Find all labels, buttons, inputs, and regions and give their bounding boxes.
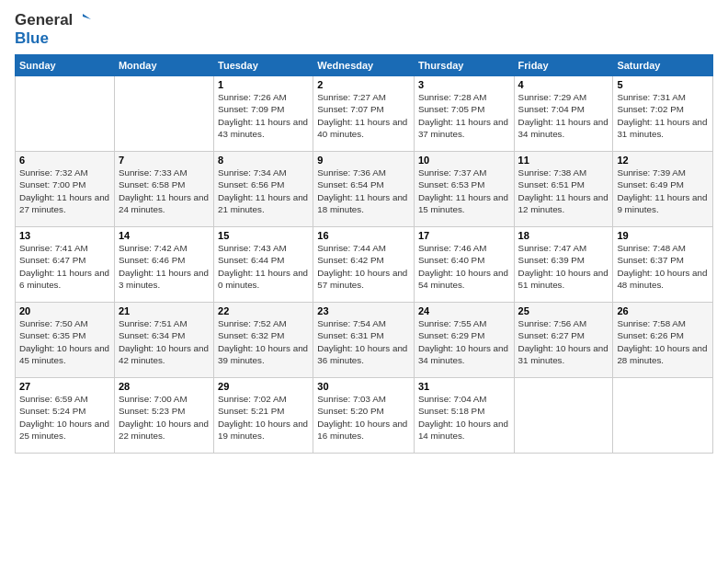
day-number: 21: [119, 305, 210, 316]
calendar-cell: 3Sunrise: 7:28 AMSunset: 7:05 PMDaylight…: [414, 76, 514, 152]
day-info: Sunrise: 7:04 AMSunset: 5:18 PMDaylight:…: [418, 393, 510, 442]
calendar-week-row: 13Sunrise: 7:41 AMSunset: 6:47 PMDayligh…: [16, 227, 713, 303]
day-number: 15: [218, 230, 309, 241]
day-number: 12: [617, 155, 709, 166]
day-info: Sunrise: 7:55 AMSunset: 6:29 PMDaylight:…: [418, 317, 510, 366]
day-info: Sunrise: 7:48 AMSunset: 6:37 PMDaylight:…: [617, 242, 709, 291]
calendar-cell: 14Sunrise: 7:42 AMSunset: 6:46 PMDayligh…: [114, 227, 213, 303]
day-number: 26: [617, 305, 709, 316]
day-info: Sunrise: 7:44 AMSunset: 6:42 PMDaylight:…: [317, 242, 410, 291]
day-info: Sunrise: 7:47 AMSunset: 6:39 PMDaylight:…: [518, 242, 609, 291]
day-info: Sunrise: 7:54 AMSunset: 6:31 PMDaylight:…: [317, 317, 410, 366]
calendar-col-header: Saturday: [613, 55, 713, 76]
logo-container: General Blue: [15, 11, 91, 47]
day-info: Sunrise: 7:39 AMSunset: 6:49 PMDaylight:…: [617, 167, 709, 215]
calendar-cell: 31Sunrise: 7:04 AMSunset: 5:18 PMDayligh…: [414, 378, 514, 454]
day-info: Sunrise: 7:46 AMSunset: 6:40 PMDaylight:…: [418, 242, 510, 291]
day-info: Sunrise: 7:36 AMSunset: 6:54 PMDaylight:…: [317, 167, 410, 215]
calendar-col-header: Wednesday: [313, 55, 415, 76]
calendar-cell: 25Sunrise: 7:56 AMSunset: 6:27 PMDayligh…: [514, 303, 613, 378]
calendar-cell: [16, 76, 115, 152]
calendar-cell: 30Sunrise: 7:03 AMSunset: 5:20 PMDayligh…: [313, 378, 415, 454]
day-number: 7: [119, 155, 210, 166]
day-info: Sunrise: 7:00 AMSunset: 5:23 PMDaylight:…: [119, 393, 210, 442]
day-number: 23: [317, 305, 410, 316]
calendar-cell: 20Sunrise: 7:50 AMSunset: 6:35 PMDayligh…: [16, 303, 115, 378]
calendar-cell: 27Sunrise: 6:59 AMSunset: 5:24 PMDayligh…: [16, 378, 115, 454]
day-number: 20: [19, 305, 110, 316]
day-number: 27: [19, 381, 110, 392]
calendar-cell: 6Sunrise: 7:32 AMSunset: 7:00 PMDaylight…: [16, 152, 115, 227]
day-info: Sunrise: 7:34 AMSunset: 6:56 PMDaylight:…: [218, 167, 309, 215]
day-info: Sunrise: 7:31 AMSunset: 7:02 PMDaylight:…: [617, 91, 709, 140]
day-number: 3: [418, 79, 510, 90]
page-header: General Blue: [15, 11, 713, 47]
calendar-cell: 19Sunrise: 7:48 AMSunset: 6:37 PMDayligh…: [613, 227, 713, 303]
day-info: Sunrise: 7:42 AMSunset: 6:46 PMDaylight:…: [119, 242, 210, 291]
calendar-cell: 16Sunrise: 7:44 AMSunset: 6:42 PMDayligh…: [313, 227, 415, 303]
calendar-cell: 13Sunrise: 7:41 AMSunset: 6:47 PMDayligh…: [16, 227, 115, 303]
logo-bird-icon: [74, 12, 91, 29]
day-info: Sunrise: 7:38 AMSunset: 6:51 PMDaylight:…: [518, 167, 609, 215]
calendar-cell: [613, 378, 713, 454]
day-info: Sunrise: 7:29 AMSunset: 7:04 PMDaylight:…: [518, 91, 609, 140]
day-info: Sunrise: 7:28 AMSunset: 7:05 PMDaylight:…: [418, 91, 510, 140]
day-number: 11: [518, 155, 609, 166]
day-number: 22: [218, 305, 309, 316]
calendar-col-header: Thursday: [414, 55, 514, 76]
day-number: 2: [317, 79, 410, 90]
calendar-col-header: Friday: [514, 55, 613, 76]
calendar-cell: 22Sunrise: 7:52 AMSunset: 6:32 PMDayligh…: [214, 303, 313, 378]
day-number: 19: [617, 230, 709, 241]
day-number: 5: [617, 79, 709, 90]
calendar-cell: [114, 76, 213, 152]
calendar-cell: 18Sunrise: 7:47 AMSunset: 6:39 PMDayligh…: [514, 227, 613, 303]
calendar-header-row: SundayMondayTuesdayWednesdayThursdayFrid…: [16, 55, 713, 76]
day-info: Sunrise: 7:58 AMSunset: 6:26 PMDaylight:…: [617, 317, 709, 366]
calendar-cell: 8Sunrise: 7:34 AMSunset: 6:56 PMDaylight…: [214, 152, 313, 227]
calendar-week-row: 20Sunrise: 7:50 AMSunset: 6:35 PMDayligh…: [16, 303, 713, 378]
calendar-week-row: 27Sunrise: 6:59 AMSunset: 5:24 PMDayligh…: [16, 378, 713, 454]
calendar-week-row: 1Sunrise: 7:26 AMSunset: 7:09 PMDaylight…: [16, 76, 713, 152]
day-number: 1: [218, 79, 309, 90]
calendar-col-header: Monday: [114, 55, 213, 76]
calendar-cell: 26Sunrise: 7:58 AMSunset: 6:26 PMDayligh…: [613, 303, 713, 378]
day-number: 29: [218, 381, 309, 392]
day-number: 30: [317, 381, 410, 392]
day-number: 31: [418, 381, 510, 392]
day-number: 13: [19, 230, 110, 241]
day-info: Sunrise: 7:56 AMSunset: 6:27 PMDaylight:…: [518, 317, 609, 366]
day-info: Sunrise: 7:41 AMSunset: 6:47 PMDaylight:…: [19, 242, 110, 291]
day-info: Sunrise: 7:50 AMSunset: 6:35 PMDaylight:…: [19, 317, 110, 366]
calendar-cell: 1Sunrise: 7:26 AMSunset: 7:09 PMDaylight…: [214, 76, 313, 152]
calendar-cell: 5Sunrise: 7:31 AMSunset: 7:02 PMDaylight…: [613, 76, 713, 152]
day-number: 28: [119, 381, 210, 392]
day-number: 24: [418, 305, 510, 316]
day-info: Sunrise: 7:02 AMSunset: 5:21 PMDaylight:…: [218, 393, 309, 442]
day-info: Sunrise: 7:32 AMSunset: 7:00 PMDaylight:…: [19, 167, 110, 215]
calendar-cell: 9Sunrise: 7:36 AMSunset: 6:54 PMDaylight…: [313, 152, 415, 227]
day-number: 17: [418, 230, 510, 241]
day-info: Sunrise: 7:27 AMSunset: 7:07 PMDaylight:…: [317, 91, 410, 140]
day-info: Sunrise: 7:43 AMSunset: 6:44 PMDaylight:…: [218, 242, 309, 291]
calendar-table: SundayMondayTuesdayWednesdayThursdayFrid…: [15, 54, 713, 454]
calendar-cell: 24Sunrise: 7:55 AMSunset: 6:29 PMDayligh…: [414, 303, 514, 378]
day-number: 6: [19, 155, 110, 166]
svg-marker-0: [83, 14, 91, 19]
day-number: 14: [119, 230, 210, 241]
calendar-cell: [514, 378, 613, 454]
calendar-cell: 29Sunrise: 7:02 AMSunset: 5:21 PMDayligh…: [214, 378, 313, 454]
day-info: Sunrise: 7:26 AMSunset: 7:09 PMDaylight:…: [218, 91, 309, 140]
calendar-cell: 7Sunrise: 7:33 AMSunset: 6:58 PMDaylight…: [114, 152, 213, 227]
logo-blue: Blue: [15, 29, 91, 48]
calendar-cell: 10Sunrise: 7:37 AMSunset: 6:53 PMDayligh…: [414, 152, 514, 227]
day-number: 9: [317, 155, 410, 166]
logo: General Blue: [15, 11, 91, 47]
calendar-cell: 15Sunrise: 7:43 AMSunset: 6:44 PMDayligh…: [214, 227, 313, 303]
calendar-cell: 2Sunrise: 7:27 AMSunset: 7:07 PMDaylight…: [313, 76, 415, 152]
day-number: 16: [317, 230, 410, 241]
day-info: Sunrise: 7:03 AMSunset: 5:20 PMDaylight:…: [317, 393, 410, 442]
calendar-cell: 11Sunrise: 7:38 AMSunset: 6:51 PMDayligh…: [514, 152, 613, 227]
calendar-cell: 23Sunrise: 7:54 AMSunset: 6:31 PMDayligh…: [313, 303, 415, 378]
day-info: Sunrise: 7:33 AMSunset: 6:58 PMDaylight:…: [119, 167, 210, 215]
